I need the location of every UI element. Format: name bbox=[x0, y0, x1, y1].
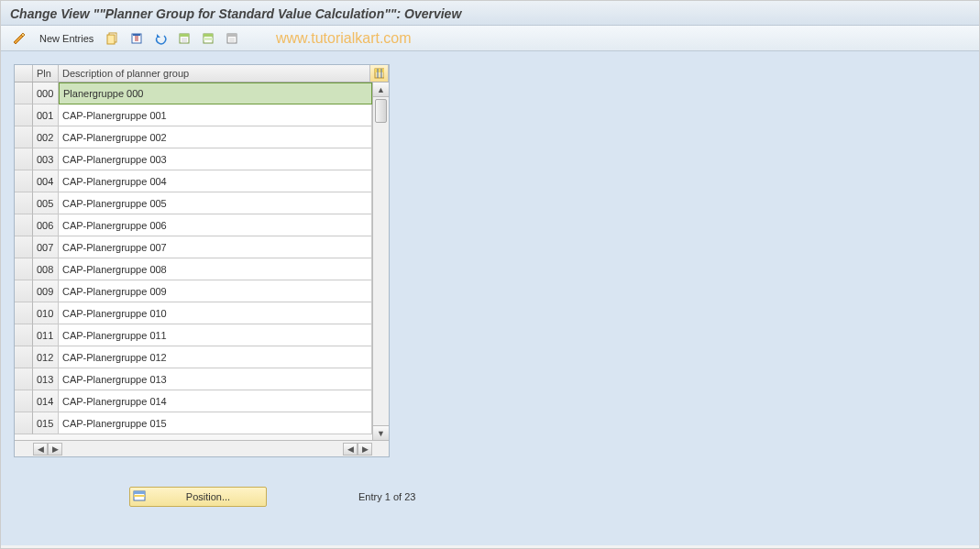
table-row: 012CAP-Planergruppe 012 bbox=[15, 346, 372, 368]
toggle-edit-icon[interactable] bbox=[8, 29, 30, 48]
svg-rect-15 bbox=[227, 34, 237, 37]
row-selector[interactable] bbox=[15, 170, 33, 192]
cell-pln[interactable]: 007 bbox=[33, 236, 59, 258]
cell-pln[interactable]: 011 bbox=[33, 324, 59, 346]
cell-pln[interactable]: 006 bbox=[33, 214, 59, 236]
select-all-corner[interactable] bbox=[15, 65, 33, 82]
window-title: Change View ""Planner Group for Standard… bbox=[1, 1, 979, 26]
table-row: 015CAP-Planergruppe 015 bbox=[15, 412, 372, 434]
cell-desc[interactable]: CAP-Planergruppe 010 bbox=[59, 302, 372, 324]
planner-group-table: Pln Description of planner group 000Plan… bbox=[14, 64, 390, 457]
cell-pln[interactable]: 002 bbox=[33, 126, 59, 148]
row-selector[interactable] bbox=[15, 258, 33, 280]
row-selector[interactable] bbox=[15, 280, 33, 302]
cell-pln[interactable]: 000 bbox=[33, 82, 59, 104]
row-selector[interactable] bbox=[15, 214, 33, 236]
cell-desc[interactable]: CAP-Planergruppe 012 bbox=[59, 346, 372, 368]
cell-desc[interactable]: CAP-Planergruppe 005 bbox=[59, 192, 372, 214]
row-selector[interactable] bbox=[15, 148, 33, 170]
cell-pln[interactable]: 009 bbox=[33, 280, 59, 302]
table-row: 011CAP-Planergruppe 011 bbox=[15, 324, 372, 346]
svg-rect-25 bbox=[134, 495, 145, 497]
table-settings-icon[interactable] bbox=[370, 65, 389, 82]
hscroll-right-icon[interactable]: ▶ bbox=[48, 443, 62, 456]
cell-desc[interactable]: CAP-Planergruppe 007 bbox=[59, 236, 372, 258]
row-selector[interactable] bbox=[15, 368, 33, 390]
cell-pln[interactable]: 004 bbox=[33, 170, 59, 192]
cell-pln[interactable]: 003 bbox=[33, 148, 59, 170]
entry-counter: Entry 1 of 23 bbox=[358, 491, 415, 502]
table-row: 009CAP-Planergruppe 009 bbox=[15, 280, 372, 302]
vertical-scrollbar[interactable]: ▲ ▼ bbox=[372, 82, 389, 440]
deselect-all-icon[interactable] bbox=[222, 29, 242, 48]
svg-rect-5 bbox=[133, 34, 140, 36]
column-header-desc[interactable]: Description of planner group bbox=[59, 65, 370, 82]
delete-icon[interactable] bbox=[127, 29, 147, 48]
row-selector[interactable] bbox=[15, 390, 33, 412]
cell-desc[interactable]: CAP-Planergruppe 013 bbox=[59, 368, 372, 390]
cell-desc[interactable]: Planergruppe 000 bbox=[59, 82, 372, 104]
table-row: 001CAP-Planergruppe 001 bbox=[15, 104, 372, 126]
table-row: 013CAP-Planergruppe 013 bbox=[15, 368, 372, 390]
footer-row: Position... Entry 1 of 23 bbox=[129, 487, 415, 507]
cell-desc[interactable]: CAP-Planergruppe 003 bbox=[59, 148, 372, 170]
cell-desc[interactable]: CAP-Planergruppe 009 bbox=[59, 280, 372, 302]
table-row: 004CAP-Planergruppe 004 bbox=[15, 170, 372, 192]
hscroll-right2-icon[interactable]: ▶ bbox=[358, 443, 372, 456]
scroll-up-icon[interactable]: ▲ bbox=[373, 82, 389, 97]
svg-rect-13 bbox=[204, 38, 213, 40]
table-row: 006CAP-Planergruppe 006 bbox=[15, 214, 372, 236]
cell-pln[interactable]: 014 bbox=[33, 390, 59, 412]
new-entries-button[interactable]: New Entries bbox=[34, 31, 99, 46]
cell-pln[interactable]: 005 bbox=[33, 192, 59, 214]
row-selector[interactable] bbox=[15, 126, 33, 148]
cell-pln[interactable]: 001 bbox=[33, 104, 59, 126]
copy-icon[interactable] bbox=[103, 29, 123, 48]
svg-rect-1 bbox=[107, 35, 115, 44]
cell-desc[interactable]: CAP-Planergruppe 008 bbox=[59, 258, 372, 280]
row-selector[interactable] bbox=[15, 324, 33, 346]
row-selector[interactable] bbox=[15, 302, 33, 324]
cell-desc[interactable]: CAP-Planergruppe 014 bbox=[59, 390, 372, 412]
svg-rect-24 bbox=[134, 491, 145, 494]
undo-icon[interactable] bbox=[150, 29, 171, 48]
table-row: 007CAP-Planergruppe 007 bbox=[15, 236, 372, 258]
hscroll-left2-icon[interactable]: ◀ bbox=[343, 443, 358, 456]
content-area: Pln Description of planner group 000Plan… bbox=[1, 51, 979, 545]
table-row: 005CAP-Planergruppe 005 bbox=[15, 192, 372, 214]
cell-desc[interactable]: CAP-Planergruppe 011 bbox=[59, 324, 372, 346]
row-selector[interactable] bbox=[15, 346, 33, 368]
table-row: 003CAP-Planergruppe 003 bbox=[15, 148, 372, 170]
scroll-down-icon[interactable]: ▼ bbox=[373, 425, 389, 440]
table-header: Pln Description of planner group bbox=[15, 65, 389, 82]
row-selector[interactable] bbox=[15, 236, 33, 258]
table-row: 002CAP-Planergruppe 002 bbox=[15, 126, 372, 148]
position-button[interactable]: Position... bbox=[129, 487, 267, 507]
cell-desc[interactable]: CAP-Planergruppe 015 bbox=[59, 412, 372, 434]
row-selector[interactable] bbox=[15, 104, 33, 126]
cell-desc[interactable]: CAP-Planergruppe 001 bbox=[59, 104, 372, 126]
select-all-icon[interactable] bbox=[174, 29, 194, 48]
hscroll-left-icon[interactable]: ◀ bbox=[33, 443, 48, 456]
select-block-icon[interactable] bbox=[198, 29, 218, 48]
horizontal-scrollbar: ◀ ▶ ◀ ▶ bbox=[15, 440, 389, 456]
cell-pln[interactable]: 010 bbox=[33, 302, 59, 324]
position-icon bbox=[132, 489, 149, 504]
cell-pln[interactable]: 012 bbox=[33, 346, 59, 368]
row-selector[interactable] bbox=[15, 412, 33, 434]
cell-desc[interactable]: CAP-Planergruppe 002 bbox=[59, 126, 372, 148]
column-header-pln[interactable]: Pln bbox=[33, 65, 59, 82]
scroll-thumb[interactable] bbox=[375, 99, 387, 123]
position-label: Position... bbox=[152, 491, 264, 502]
scroll-track[interactable] bbox=[373, 97, 389, 425]
cell-pln[interactable]: 008 bbox=[33, 258, 59, 280]
cell-desc[interactable]: CAP-Planergruppe 004 bbox=[59, 170, 372, 192]
cell-pln[interactable]: 015 bbox=[33, 412, 59, 434]
cell-pln[interactable]: 013 bbox=[33, 368, 59, 390]
table-row: 008CAP-Planergruppe 008 bbox=[15, 258, 372, 280]
row-selector[interactable] bbox=[15, 82, 33, 104]
cell-desc[interactable]: CAP-Planergruppe 006 bbox=[59, 214, 372, 236]
svg-rect-20 bbox=[375, 69, 384, 72]
row-selector[interactable] bbox=[15, 192, 33, 214]
toolbar: New Entries www.tutorialkart.com bbox=[1, 26, 979, 51]
